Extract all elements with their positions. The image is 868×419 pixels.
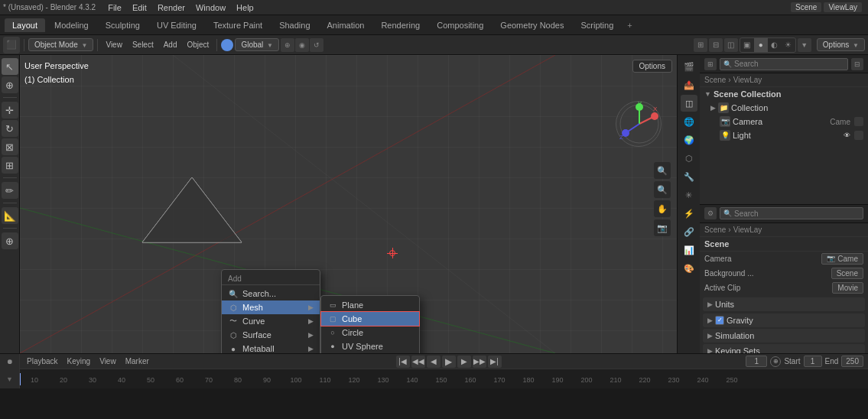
play-button[interactable]: ▶ xyxy=(442,356,456,368)
select-menu[interactable]: Select xyxy=(128,39,158,50)
shading-rendered-button[interactable]: ☀ xyxy=(782,38,795,52)
view-menu-timeline[interactable]: View xyxy=(96,356,120,366)
camera-prop-value[interactable]: 📷 Came xyxy=(821,253,863,265)
select-tool-button[interactable]: ↖ xyxy=(2,58,18,75)
view-menu[interactable]: View xyxy=(102,39,126,50)
annotate-tool-button[interactable]: ✏ xyxy=(2,182,18,199)
object-menu[interactable]: Object xyxy=(184,39,213,50)
gravity-section-header[interactable]: ▶ ✓ Gravity xyxy=(703,313,865,327)
prop-scene-icon[interactable]: 🌐 xyxy=(681,113,697,130)
zoom-in-button[interactable]: 🔍 xyxy=(654,162,671,179)
prop-world-icon[interactable]: 🌍 xyxy=(681,132,697,148)
transform-space-select[interactable]: Global ▼ xyxy=(235,38,279,51)
shading-wireframe-button[interactable]: ▣ xyxy=(740,38,754,52)
light-visibility-toggle[interactable]: 👁 xyxy=(844,132,850,139)
outliner-editor-type-button[interactable]: ⊞ xyxy=(704,58,717,70)
tab-rendering[interactable]: Rendering xyxy=(373,18,427,32)
active-clip-prop-value[interactable]: Movie xyxy=(832,282,863,294)
properties-editor-type-button[interactable]: ⚙ xyxy=(704,207,717,219)
tab-compositing[interactable]: Compositing xyxy=(429,18,491,32)
scene-input[interactable]: Scene xyxy=(791,2,821,12)
show-gizmos-button[interactable]: ⊞ xyxy=(694,38,707,52)
xray-button[interactable]: ◫ xyxy=(724,38,738,52)
viewport-options-button[interactable]: Options xyxy=(632,60,672,73)
submenu-plane[interactable]: ▭ Plane xyxy=(321,298,419,312)
menu-curve[interactable]: 〜 Curve ▶ xyxy=(222,314,320,328)
tab-animation[interactable]: Animation xyxy=(320,18,372,32)
tab-geometry-nodes[interactable]: Geometry Nodes xyxy=(493,18,571,32)
pan-button[interactable]: ✋ xyxy=(654,200,671,217)
simulation-section-header[interactable]: ▶ Simulation xyxy=(703,329,865,343)
prop-render-icon[interactable]: 🎬 xyxy=(681,58,697,75)
menu-mesh[interactable]: ⬡ Mesh ▶ xyxy=(222,300,320,314)
start-frame-input[interactable]: 1 xyxy=(804,356,822,367)
timeline-track[interactable]: 10 20 30 40 50 60 70 80 90 100 110 120 1… xyxy=(20,373,868,385)
menu-window[interactable]: Window xyxy=(191,2,230,13)
jump-start-button[interactable]: |◀ xyxy=(396,356,410,368)
prop-physics-icon[interactable]: ⚡ xyxy=(681,205,697,222)
current-frame-input[interactable]: 1 xyxy=(746,356,767,367)
shading-solid-button[interactable]: ● xyxy=(754,38,768,52)
prev-keyframe-button[interactable]: ◀ xyxy=(427,356,441,368)
move-tool-button[interactable]: ✛ xyxy=(2,102,18,119)
proportional-falloff-button[interactable]: ↺ xyxy=(310,38,323,52)
tab-shading[interactable]: Shading xyxy=(271,18,317,32)
rotate-tool-button[interactable]: ↻ xyxy=(2,120,18,137)
add-object-button[interactable]: ⊕ xyxy=(2,232,18,249)
viewport-overlays-button[interactable]: ⊟ xyxy=(709,38,723,52)
tab-sculpting[interactable]: Sculpting xyxy=(98,18,148,32)
context-search[interactable]: 🔍 Search... xyxy=(222,287,320,300)
transform-tool-button[interactable]: ⊞ xyxy=(2,157,18,174)
zoom-out-button[interactable]: 🔍 xyxy=(654,181,671,198)
timeline-side-icon[interactable]: ▼ xyxy=(0,369,20,388)
submenu-cube[interactable]: ▢ Cube xyxy=(321,312,419,326)
prev-frame-button[interactable]: ◀◀ xyxy=(411,356,425,368)
shading-options-button[interactable]: ▼ xyxy=(798,38,811,52)
viewport[interactable]: User Perspective (1) Collection Options xyxy=(20,55,677,353)
editor-type-button[interactable]: ⬛ xyxy=(3,37,20,54)
menu-file[interactable]: File xyxy=(103,2,126,13)
keying-sets-section-header[interactable]: ▶ Keying Sets xyxy=(703,344,865,354)
prop-object-icon[interactable]: ⬡ xyxy=(681,150,697,167)
properties-search[interactable]: 🔍 Search xyxy=(720,207,863,219)
scale-tool-button[interactable]: ⊠ xyxy=(2,138,18,155)
proportional-edit-button[interactable]: ◉ xyxy=(295,38,309,52)
collection-item[interactable]: ▶ 📁 Collection xyxy=(700,101,868,115)
mode-select[interactable]: Object Mode ▼ xyxy=(28,38,93,51)
menu-help[interactable]: Help xyxy=(232,2,258,13)
menu-surface[interactable]: ⬡ Surface ▶ xyxy=(222,328,320,342)
light-item[interactable]: 💡 Light 👁 xyxy=(700,128,868,142)
submenu-circle[interactable]: ○ Circle xyxy=(321,326,419,339)
prop-view-layer-icon[interactable]: ◫ xyxy=(681,95,697,112)
end-frame-input[interactable]: 250 xyxy=(841,356,863,367)
tab-scripting[interactable]: Scripting xyxy=(573,18,621,32)
background-prop-value[interactable]: Scene xyxy=(831,268,863,279)
transform-origin-button[interactable] xyxy=(221,39,233,51)
tab-texture-paint[interactable]: Texture Paint xyxy=(206,18,270,32)
playback-menu[interactable]: Playback xyxy=(23,356,62,366)
tab-layout[interactable]: Layout xyxy=(5,18,45,32)
camera-view-button[interactable]: 📷 xyxy=(654,219,671,236)
scene-collection-header[interactable]: ▼ Scene Collection xyxy=(700,87,868,101)
cursor-tool-button[interactable]: ⊕ xyxy=(2,76,18,93)
measure-tool-button[interactable]: 📐 xyxy=(2,207,18,224)
keying-menu[interactable]: Keying xyxy=(63,356,95,366)
next-keyframe-button[interactable]: ▶ xyxy=(457,356,471,368)
timeline-editor-type-button[interactable]: ⏺ xyxy=(0,354,20,369)
outliner-filter-button[interactable]: ⊟ xyxy=(851,58,863,70)
snap-button[interactable]: ⊕ xyxy=(281,38,294,52)
units-section-header[interactable]: ▶ Units xyxy=(703,297,865,311)
viewlayer-input[interactable]: ViewLay xyxy=(824,2,862,12)
light-render-icon[interactable] xyxy=(854,131,863,140)
prop-modifiers-icon[interactable]: 🔧 xyxy=(681,168,697,185)
options-button[interactable]: Options ▼ xyxy=(817,38,865,51)
submenu-uv-sphere[interactable]: ● UV Sphere xyxy=(321,339,419,353)
prop-material-icon[interactable]: 🎨 xyxy=(681,260,697,277)
camera-visibility-icon[interactable] xyxy=(854,117,863,126)
prop-particles-icon[interactable]: ✳ xyxy=(681,187,697,203)
next-frame-button[interactable]: ▶▶ xyxy=(473,356,486,368)
outliner-search[interactable]: 🔍 Search xyxy=(720,58,848,70)
tab-uv-editing[interactable]: UV Editing xyxy=(149,18,204,32)
shading-material-button[interactable]: ◐ xyxy=(768,38,782,52)
add-workspace-button[interactable]: + xyxy=(623,19,636,31)
